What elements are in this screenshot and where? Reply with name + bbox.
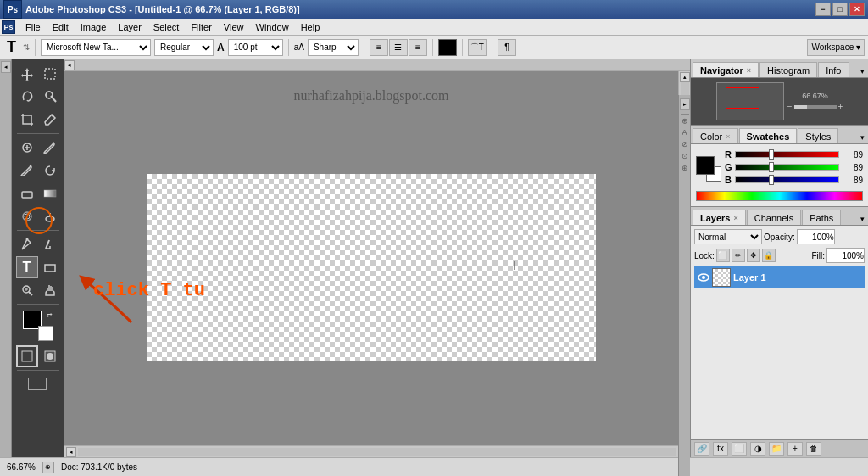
menu-select[interactable]: Select [148,20,185,34]
quick-mask-on[interactable] [39,345,61,367]
menu-image[interactable]: Image [75,20,112,34]
brush-tool[interactable] [39,137,61,159]
tab-channels[interactable]: Channels [747,210,801,225]
lock-all-btn[interactable]: 🔒 [762,249,776,262]
scroll-up-arrow[interactable]: ▴ [680,72,690,82]
minimize-button[interactable]: − [815,3,831,16]
path-selection-tool[interactable] [39,233,61,255]
crop-tool[interactable] [16,109,38,131]
font-family-select[interactable]: Microsoft New Ta... [41,39,151,56]
layer-link-btn[interactable]: 🔗 [694,442,709,456]
menu-view[interactable]: View [219,20,249,34]
close-button[interactable]: ✕ [849,3,865,16]
workspace-button[interactable]: Workspace ▾ [807,39,865,56]
eyedropper-tool[interactable] [39,109,61,131]
layers-panel-menu[interactable]: ▾ [859,213,866,225]
blur-tool[interactable] [16,205,38,227]
layer-visibility-toggle[interactable] [698,272,709,283]
marquee-tool[interactable] [39,63,61,85]
paragraph-button[interactable]: ¶ [498,39,516,56]
dodge-tool[interactable] [39,205,61,227]
hand-tool[interactable] [39,279,61,301]
tab-navigator[interactable]: Navigator × [693,62,759,77]
right-strip-label-2[interactable]: A [682,128,687,137]
layer-row-1[interactable]: Layer 1 [694,266,865,288]
zoom-tool[interactable] [16,279,38,301]
g-slider-thumb[interactable] [769,162,774,172]
right-strip-btn-arrow[interactable]: ▸ [680,98,690,110]
font-style-select[interactable]: Regular [154,39,214,56]
lasso-tool[interactable] [16,86,38,108]
warp-text-button[interactable]: ⌒T [468,39,487,56]
svg-point-19 [25,238,28,241]
right-strip-label-3[interactable]: ⊘ [682,140,688,148]
zoom-indicator[interactable]: ⊕ [42,462,54,473]
screen-mode-button[interactable] [17,373,59,395]
r-slider-thumb[interactable] [769,149,774,160]
menu-help[interactable]: Help [296,20,326,34]
fill-input[interactable] [826,248,865,263]
text-color-box[interactable] [438,39,457,56]
canvas-scroll-area[interactable]: nurhafizahpija.blogspot.com I [64,71,678,445]
clone-stamp-tool[interactable]: * [16,160,38,182]
h-scroll-left[interactable]: ◂ [66,447,76,457]
lock-move-btn[interactable]: ✥ [747,249,760,262]
scroll-left-arrow[interactable]: ◂ [64,60,75,70]
right-strip-label-5[interactable]: ⊕ [682,164,688,172]
tab-info[interactable]: Info [818,62,849,77]
align-left-button[interactable]: ≡ [370,39,388,56]
tab-styles[interactable]: Styles [798,128,838,143]
scroll-top-track[interactable] [76,61,688,70]
menu-filter[interactable]: Filter [186,20,216,34]
menu-file[interactable]: File [20,20,46,34]
opacity-input[interactable] [797,229,835,244]
swap-colors-icon[interactable]: ⇄ [47,311,53,319]
b-slider-thumb[interactable] [769,175,774,185]
color-panel-menu[interactable]: ▾ [859,132,866,143]
lock-transparent-btn[interactable]: ⬜ [716,249,730,262]
layer-delete-btn[interactable]: 🗑 [806,442,821,456]
history-brush-tool[interactable] [39,160,61,182]
layer-group-btn[interactable]: 📁 [769,442,784,456]
font-size-select[interactable]: 100 pt [228,39,283,56]
healing-brush-tool[interactable] [16,137,38,159]
tab-layers[interactable]: Layers × [693,210,746,225]
background-color[interactable] [38,326,53,341]
tab-color[interactable]: Color × [693,128,738,143]
tab-swatches[interactable]: Swatches [739,128,798,143]
menu-window[interactable]: Window [251,20,294,34]
layer-mask-btn[interactable]: ⬜ [732,442,747,456]
layer-fx-btn[interactable]: fx [713,442,728,456]
zoom-in-btn[interactable]: + [838,102,843,111]
move-tool[interactable] [16,63,38,85]
menu-edit[interactable]: Edit [47,20,74,34]
zoom-out-btn[interactable]: − [787,102,793,111]
right-strip-label-4[interactable]: ⊙ [682,152,688,160]
gradient-tool[interactable] [39,182,61,204]
align-right-button[interactable]: ≡ [409,39,427,56]
type-tool[interactable]: T [16,256,38,278]
v-strip-btn-1[interactable]: ◂ [1,61,11,73]
color-spectrum[interactable] [696,191,863,201]
navigator-panel-menu[interactable]: ▾ [859,65,866,77]
layer-adjustment-btn[interactable]: ◑ [750,442,765,456]
right-strip-label-1[interactable]: ⊕ [681,118,689,125]
align-center-button[interactable]: ☰ [389,39,408,56]
shape-tool[interactable] [39,256,61,278]
blend-mode-select[interactable]: Normal [694,229,762,244]
eraser-tool[interactable] [16,182,38,204]
tab-paths[interactable]: Paths [802,210,841,225]
magic-wand-tool[interactable] [39,86,61,108]
layer-new-btn[interactable]: + [787,442,803,456]
photoshop-canvas[interactable]: I [147,174,596,361]
quick-mask-off[interactable] [16,345,38,367]
menu-layer[interactable]: Layer [113,20,147,34]
zoom-slider-track[interactable] [794,105,837,109]
maximize-button[interactable]: □ [832,3,848,16]
h-scroll-track[interactable] [78,448,676,456]
lock-image-btn[interactable]: ✏ [732,249,745,262]
pen-tool[interactable] [16,233,38,255]
aa-select[interactable]: Sharp [308,39,359,56]
foreground-color-swatch[interactable] [696,156,715,175]
tab-histogram[interactable]: Histogram [760,62,817,77]
